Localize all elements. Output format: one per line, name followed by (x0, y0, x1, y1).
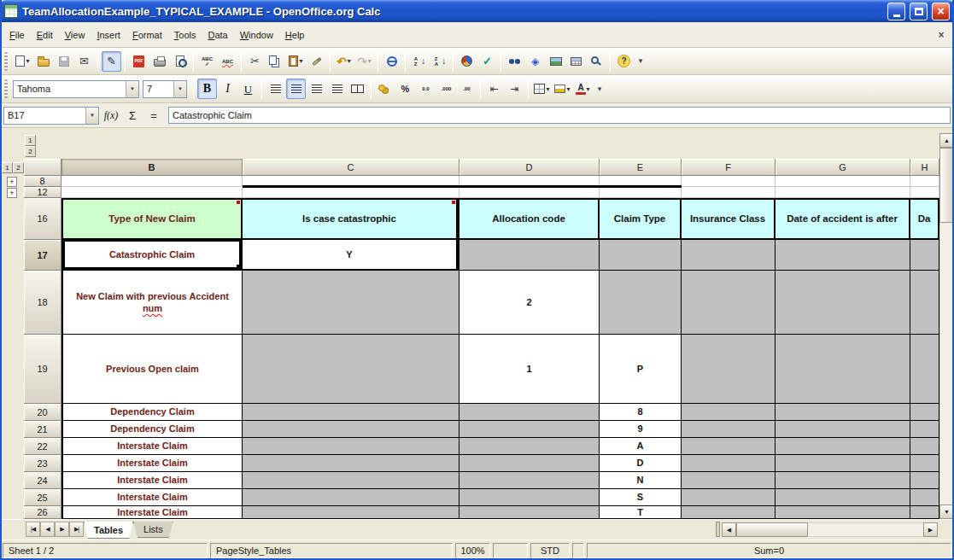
cell-E23[interactable]: D (600, 455, 682, 472)
cell-E22[interactable]: A (600, 438, 682, 455)
cell-G18[interactable] (775, 271, 910, 335)
row-header-16[interactable]: 16 (24, 198, 61, 240)
cell-E26[interactable]: T (600, 506, 682, 519)
cell-E25[interactable]: S (600, 489, 682, 506)
row-header-25[interactable]: 25 (24, 489, 61, 506)
cell-G23[interactable] (775, 455, 910, 472)
cell-B8[interactable] (61, 176, 243, 187)
gallery-button[interactable] (546, 51, 565, 72)
open-button[interactable] (33, 51, 53, 72)
row-header-20[interactable]: 20 (24, 404, 61, 421)
menu-insert[interactable]: Insert (91, 27, 126, 43)
cell-C19[interactable] (243, 335, 459, 404)
cell-G12[interactable] (775, 187, 910, 198)
cell-H8[interactable] (910, 176, 939, 187)
horizontal-scroll-track[interactable] (736, 522, 923, 537)
cell-G21[interactable] (775, 421, 910, 438)
column-header-C[interactable]: C (243, 159, 459, 176)
cell-D17[interactable] (459, 240, 600, 271)
cell-D12[interactable] (459, 187, 600, 198)
row-header-17[interactable]: 17 (24, 240, 61, 271)
font-size-dropdown-icon[interactable]: ▼ (173, 81, 186, 97)
row-header-26[interactable]: 26 (24, 506, 61, 519)
scroll-right-button[interactable]: ▶ (923, 522, 938, 537)
scroll-down-button[interactable]: ▼ (939, 505, 954, 519)
column-header-B[interactable]: B (61, 159, 243, 176)
insert-chart-button[interactable] (457, 51, 477, 72)
row-header-8[interactable]: 8 (24, 176, 61, 187)
cell-D23[interactable] (459, 455, 600, 472)
cell-E24[interactable]: N (600, 472, 682, 489)
cell-H23[interactable] (910, 455, 939, 472)
cell-B16[interactable]: Type of New Claim (61, 198, 243, 240)
redo-button[interactable]: ↷▾ (354, 51, 374, 72)
cell-F8[interactable] (682, 176, 775, 187)
first-sheet-button[interactable]: |◀ (26, 522, 40, 537)
format-paintbrush-button[interactable] (307, 51, 326, 72)
background-color-button[interactable]: ▾ (553, 79, 572, 99)
cell-G17[interactable] (775, 240, 910, 271)
select-all-corner[interactable] (24, 159, 61, 176)
cell-G16[interactable]: Date of accident is after (775, 198, 910, 240)
cell-G26[interactable] (775, 506, 910, 519)
cell-B12[interactable] (61, 187, 243, 198)
column-outline-level-2[interactable]: 2 (25, 146, 36, 157)
align-center-button[interactable] (286, 79, 306, 99)
row-header-12[interactable]: 12 (24, 187, 61, 198)
cell-E17[interactable] (600, 240, 682, 271)
align-right-button[interactable] (307, 79, 326, 99)
standard-toolbar-handle[interactable] (4, 52, 8, 71)
column-header-F[interactable]: F (682, 159, 775, 176)
cell-D16[interactable]: Allocation code (459, 198, 600, 240)
sort-ascending-button[interactable]: A Z (409, 51, 429, 72)
name-box-dropdown-icon[interactable]: ▼ (85, 108, 98, 124)
toolbar-options2-button[interactable]: ▾ (594, 79, 606, 99)
cell-C26[interactable] (243, 506, 459, 519)
row-header-22[interactable]: 22 (24, 438, 61, 455)
vertical-scroll-thumb[interactable] (939, 148, 954, 223)
formatting-toolbar-handle[interactable] (4, 79, 8, 98)
cell-G20[interactable] (775, 404, 910, 421)
tab-splitter[interactable] (716, 522, 720, 537)
cell-D24[interactable] (459, 472, 600, 489)
cell-B24[interactable]: Interstate Claim (61, 472, 243, 489)
cell-C12[interactable] (243, 187, 459, 198)
outline-expand-button-12[interactable]: + (7, 188, 17, 198)
cell-D21[interactable] (459, 421, 600, 438)
cell-C16[interactable]: Is case catastrophic (243, 198, 459, 240)
cell-C21[interactable] (243, 421, 459, 438)
cell-E12[interactable] (600, 187, 682, 198)
cell-E18[interactable] (600, 271, 682, 335)
menu-view[interactable]: View (59, 27, 91, 43)
menu-file[interactable]: File (3, 27, 31, 43)
font-name-combo[interactable]: Tahoma ▼ (13, 80, 139, 98)
cell-E20[interactable]: 8 (600, 404, 682, 421)
horizontal-scrollbar[interactable]: ◀ ▶ (722, 522, 938, 537)
cell-C20[interactable] (243, 404, 459, 421)
borders-button[interactable]: ▾ (532, 79, 552, 99)
cell-H20[interactable] (910, 404, 939, 421)
menu-help[interactable]: Help (279, 27, 311, 43)
font-name-dropdown-icon[interactable]: ▼ (126, 81, 138, 97)
cell-B17[interactable]: Catastrophic Claim (61, 240, 243, 271)
cell-H17[interactable] (910, 240, 939, 271)
hyperlink-button[interactable] (382, 51, 401, 72)
column-header-G[interactable]: G (775, 159, 910, 176)
cell-D26[interactable] (459, 506, 600, 519)
show-draw-functions-button[interactable]: ✓ (477, 51, 497, 72)
cut-button[interactable]: ✂ (245, 51, 265, 72)
cell-B22[interactable]: Interstate Claim (61, 438, 243, 455)
cell-E19[interactable]: P (600, 335, 682, 404)
last-sheet-button[interactable]: ▶| (69, 522, 84, 537)
cell-F24[interactable] (682, 472, 775, 489)
italic-button[interactable]: I (218, 79, 237, 99)
cell-F16[interactable]: Insurance Class (682, 198, 775, 240)
sort-descending-button[interactable]: Z A (430, 51, 449, 72)
cell-G8[interactable] (775, 176, 910, 187)
bold-button[interactable]: B (197, 79, 217, 99)
column-header-E[interactable]: E (600, 159, 682, 176)
cell-H12[interactable] (910, 187, 939, 198)
function-wizard-button[interactable]: f(x) (102, 107, 120, 124)
standard-format-button[interactable]: 0.0 (416, 79, 436, 99)
cell-F25[interactable] (682, 489, 775, 506)
